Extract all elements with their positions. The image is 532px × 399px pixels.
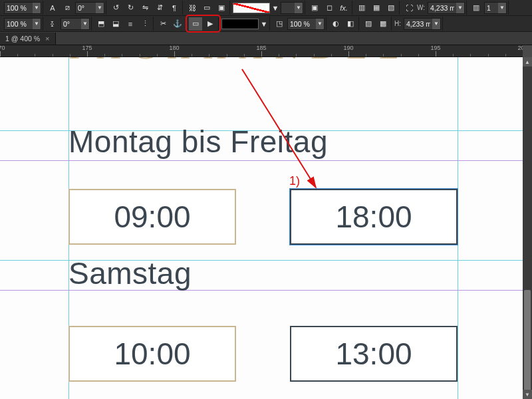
- opacity-icon[interactable]: ◐: [329, 17, 342, 31]
- skew-icon[interactable]: ⧄: [61, 1, 74, 15]
- stroke-tint-combo[interactable]: ▼: [287, 18, 325, 30]
- char-panel-icon[interactable]: A: [46, 1, 59, 15]
- scroll-down-icon[interactable]: ▼: [523, 390, 532, 399]
- time-value: 13:00: [335, 336, 412, 372]
- chevron-down-icon[interactable]: ▼: [295, 3, 303, 13]
- corner-icon[interactable]: ◳: [273, 17, 286, 31]
- formatting-container-icon[interactable]: ▭: [189, 17, 202, 31]
- frame-fit-icon[interactable]: ▣: [308, 1, 321, 15]
- link-icon[interactable]: ⛓: [186, 1, 199, 15]
- angle-input-1[interactable]: [76, 4, 96, 12]
- chevron-down-icon[interactable]: ▼: [498, 3, 506, 13]
- paragraph-icon[interactable]: ¶: [168, 1, 181, 15]
- chevron-down-icon[interactable]: ▼: [432, 19, 440, 29]
- chevron-down-icon[interactable]: ▼: [81, 19, 89, 29]
- formatting-text-icon[interactable]: ▶: [203, 17, 217, 31]
- arrange-back-icon[interactable]: ⬓: [109, 17, 122, 31]
- formatting-affects-group: ▭ ▶: [188, 17, 219, 31]
- columns-icon[interactable]: ▥: [469, 1, 483, 15]
- chevron-down-icon[interactable]: ▼: [33, 19, 41, 29]
- zoom-combo-2[interactable]: ▼: [4, 18, 41, 30]
- scroll-up-icon[interactable]: ▲: [523, 57, 532, 66]
- horizontal-ruler[interactable]: 170175180185190195200: [0, 45, 523, 57]
- textwrap-jump-icon[interactable]: ▧: [384, 1, 398, 15]
- ruler-tick-label: 185: [256, 45, 266, 51]
- chevron-down-icon[interactable]: ▼: [260, 17, 268, 31]
- height-label: H:: [394, 20, 402, 27]
- document-page: FACHHANDEL Montag bis Freitag Samstag 09…: [0, 57, 523, 399]
- select-content-icon[interactable]: ▣: [215, 1, 228, 15]
- textwrap-around-icon[interactable]: ▦: [370, 1, 383, 15]
- stroke-swatch[interactable]: [221, 19, 259, 29]
- width-label: W:: [417, 4, 426, 11]
- zoom-input-2[interactable]: [5, 20, 33, 28]
- ruler-tick-label: 180: [169, 45, 179, 51]
- cutoff-text: FACHHANDEL: [68, 57, 411, 66]
- height-input[interactable]: [404, 20, 432, 28]
- ruler-tick-label: 200: [517, 45, 523, 51]
- time-box-weekday-close[interactable]: 18:00: [290, 189, 458, 245]
- time-value: 18:00: [335, 199, 412, 235]
- time-value: 10:00: [114, 336, 190, 372]
- ruler-tick-label: 195: [430, 45, 440, 51]
- time-value: 09:00: [114, 199, 190, 235]
- chevron-down-icon[interactable]: ▼: [33, 3, 41, 13]
- flip-h-icon[interactable]: ⇋: [138, 1, 152, 15]
- chevron-down-icon[interactable]: ▼: [456, 3, 464, 13]
- zoom-input-1[interactable]: [5, 4, 33, 12]
- ruler-tick-label: 175: [82, 45, 92, 51]
- fill-swatch[interactable]: [233, 3, 270, 13]
- workspace: 170175180185190195200 FACHHANDEL Montag …: [0, 45, 532, 399]
- ruler-tick-label: 190: [343, 45, 353, 51]
- fill-tint[interactable]: ▼: [281, 2, 303, 14]
- align-icon[interactable]: ≡: [124, 17, 137, 31]
- toolbar-row-1: ▼ A ⧄ ▼ ↺ ↻ ⇋ ⇵ ¶ ⛓ ▭ ▣ ▼ ▼: [0, 0, 532, 16]
- ruler-tick-label: 170: [0, 45, 5, 51]
- chevron-down-icon[interactable]: ▼: [271, 1, 279, 15]
- columns-input[interactable]: [485, 4, 498, 12]
- clip-path-icon[interactable]: ✂: [156, 17, 170, 31]
- rotate-cw-icon[interactable]: ↻: [124, 1, 137, 15]
- height-combo[interactable]: ▼: [404, 18, 441, 30]
- guide-heading1-bottom[interactable]: [0, 160, 523, 161]
- width-input[interactable]: [428, 4, 456, 12]
- document-tabstrip: 1 @ 400 % ×: [0, 32, 532, 45]
- stroke-tint-input[interactable]: [288, 20, 316, 28]
- rotate-ccw-icon[interactable]: ↺: [109, 1, 122, 15]
- chevron-down-icon[interactable]: ▼: [316, 19, 324, 29]
- anchor-icon[interactable]: ⚓: [171, 17, 184, 31]
- fx-icon[interactable]: fx.: [337, 1, 350, 15]
- chevron-down-icon[interactable]: ▼: [96, 3, 104, 13]
- frame-fill-icon[interactable]: ◻: [323, 1, 336, 15]
- document-tab[interactable]: 1 @ 400 % ×: [0, 33, 56, 45]
- columns-combo[interactable]: ▼: [484, 2, 507, 14]
- guide-right-margin[interactable]: [458, 57, 458, 399]
- drop-shadow-icon[interactable]: ◧: [344, 17, 357, 31]
- select-container-icon[interactable]: ▭: [200, 1, 213, 15]
- distribute-icon[interactable]: ⋮: [138, 17, 152, 31]
- textwrap-object-icon[interactable]: ▨: [362, 17, 375, 31]
- time-box-saturday-close[interactable]: 13:00: [290, 326, 458, 382]
- time-box-weekday-open[interactable]: 09:00: [68, 189, 236, 245]
- close-icon[interactable]: ×: [45, 35, 49, 43]
- time-box-saturday-open[interactable]: 10:00: [68, 326, 236, 382]
- vertical-scrollbar[interactable]: ▲ ▼: [523, 57, 532, 399]
- zoom-combo-1[interactable]: ▼: [4, 2, 41, 14]
- control-panel: ▼ A ⧄ ▼ ↺ ↻ ⇋ ⇵ ¶ ⛓ ▭ ▣ ▼ ▼: [0, 0, 532, 32]
- heading-saturday: Samstag: [68, 255, 192, 291]
- arrange-front-icon[interactable]: ⬒: [94, 17, 108, 31]
- scroll-thumb[interactable]: [524, 290, 531, 396]
- annotation-label: 1): [289, 174, 300, 188]
- flip-v-icon[interactable]: ⇵: [153, 1, 166, 15]
- shear-icon[interactable]: ⧰: [46, 17, 59, 31]
- angle-combo-2[interactable]: ▼: [61, 18, 90, 30]
- width-combo[interactable]: ▼: [428, 2, 465, 14]
- toolbar-row-2: ▼ ⧰ ▼ ⬒ ⬓ ≡ ⋮ ✂ ⚓ ▭ ▶ ▼ ◳: [0, 16, 532, 32]
- textwrap-inside-icon[interactable]: ▩: [376, 17, 390, 31]
- angle-combo-1[interactable]: ▼: [75, 2, 104, 14]
- bounds-icon[interactable]: ⛶: [402, 1, 416, 15]
- textwrap-none-icon[interactable]: ▥: [355, 1, 368, 15]
- canvas-area[interactable]: FACHHANDEL Montag bis Freitag Samstag 09…: [0, 57, 523, 399]
- heading-weekdays: Montag bis Freitag: [68, 124, 328, 160]
- angle-input-2[interactable]: [61, 20, 81, 28]
